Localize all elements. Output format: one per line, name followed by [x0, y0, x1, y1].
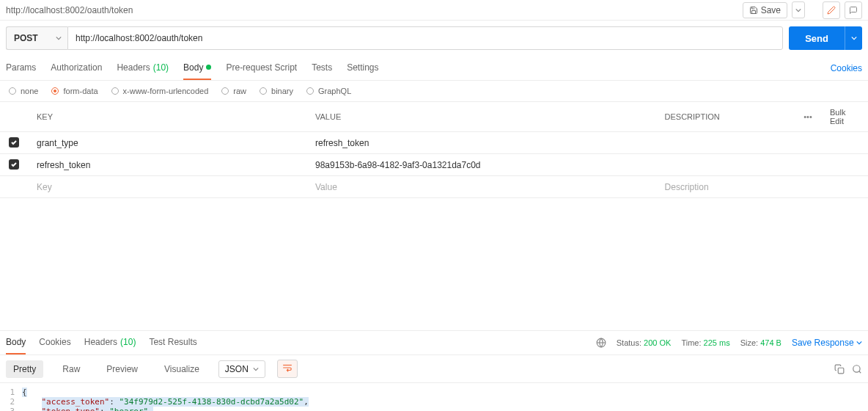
tab-headers-count: (10) — [153, 62, 169, 73]
cookies-link[interactable]: Cookies — [831, 63, 862, 73]
row-desc[interactable] — [656, 154, 795, 176]
save-dropdown[interactable] — [792, 1, 805, 18]
body-type-row: none form-data x-www-form-urlencoded raw… — [0, 81, 868, 102]
method-value: POST — [14, 33, 38, 43]
svg-point-4 — [853, 365, 860, 371]
radio-binary[interactable]: binary — [260, 87, 293, 95]
radio-form-data[interactable]: form-data — [51, 87, 98, 95]
col-options[interactable]: ••• — [795, 102, 821, 132]
chevron-down-icon — [795, 7, 801, 13]
radio-raw[interactable]: raw — [221, 87, 246, 95]
comment-icon — [849, 6, 858, 15]
wrap-icon — [282, 363, 293, 372]
col-value: VALUE — [306, 102, 656, 132]
radio-graphql[interactable]: GraphQL — [306, 87, 351, 95]
wrap-lines-button[interactable] — [277, 360, 298, 378]
send-button[interactable]: Send — [789, 26, 845, 50]
edit-button[interactable] — [823, 1, 840, 19]
resp-tab-headers[interactable]: Headers (10) — [84, 331, 136, 354]
topbar: http://localhost:8002/oauth/token Save — [0, 0, 868, 21]
row-key[interactable]: grant_type — [28, 132, 306, 154]
pencil-icon — [827, 6, 836, 15]
unsaved-dot-icon — [206, 65, 211, 70]
bulk-edit[interactable]: Bulk Edit — [821, 102, 868, 132]
request-tabs: Params Authorization Headers (10) Body P… — [0, 56, 868, 81]
size-label: Size: 474 B — [740, 338, 781, 347]
status-label: Status: 200 OK — [617, 338, 672, 347]
radio-icon — [306, 87, 314, 95]
save-button[interactable]: Save — [743, 2, 787, 18]
radio-icon — [260, 87, 267, 95]
chevron-down-icon — [856, 340, 862, 346]
chevron-down-icon — [253, 366, 259, 372]
col-description: DESCRIPTION — [656, 102, 795, 132]
tab-body-label: Body — [183, 62, 203, 73]
radio-none[interactable]: none — [9, 87, 38, 95]
row-key-placeholder[interactable]: Key — [28, 176, 306, 198]
response-body[interactable]: 1{ 2 "access_token": "34f979d2-525f-4138… — [0, 383, 868, 411]
svg-rect-3 — [838, 368, 844, 374]
view-raw[interactable]: Raw — [55, 360, 87, 378]
row-desc-placeholder[interactable]: Description — [656, 176, 795, 198]
tab-headers[interactable]: Headers (10) — [117, 57, 169, 80]
row-checkbox[interactable] — [9, 137, 19, 148]
response-tabs: Body Cookies Headers (10) Test Results S… — [0, 330, 868, 355]
row-checkbox[interactable] — [9, 159, 19, 170]
chevron-down-icon — [851, 35, 857, 41]
svg-line-5 — [859, 371, 861, 373]
row-desc[interactable] — [656, 132, 795, 154]
resp-tab-cookies[interactable]: Cookies — [39, 331, 70, 354]
form-data-table: KEY VALUE DESCRIPTION ••• Bulk Edit gran… — [0, 102, 868, 198]
row-key[interactable]: refresh_token — [28, 154, 306, 176]
row-value[interactable]: 98a9153b-6a98-4182-9af3-0a1321da7c0d — [306, 154, 656, 176]
response-view-row: Pretty Raw Preview Visualize JSON — [0, 355, 868, 383]
comment-button[interactable] — [845, 1, 862, 19]
time-label: Time: 225 ms — [681, 338, 729, 347]
globe-icon[interactable] — [596, 338, 606, 348]
tab-prerequest[interactable]: Pre-request Script — [226, 57, 297, 80]
col-key: KEY — [28, 102, 306, 132]
view-visualize[interactable]: Visualize — [157, 360, 207, 378]
tab-body[interactable]: Body — [183, 57, 211, 80]
tab-settings[interactable]: Settings — [347, 57, 378, 80]
url-input[interactable] — [67, 26, 783, 50]
save-icon — [749, 6, 758, 15]
tab-authorization[interactable]: Authorization — [51, 57, 102, 80]
radio-icon — [221, 87, 229, 95]
table-row: grant_type refresh_token — [0, 132, 868, 154]
resp-tab-body[interactable]: Body — [6, 331, 26, 354]
chevron-down-icon — [56, 35, 62, 41]
method-select[interactable]: POST — [6, 26, 67, 50]
copy-icon[interactable] — [834, 364, 845, 374]
radio-icon — [9, 87, 16, 95]
radio-checked-icon — [51, 87, 59, 95]
row-value-placeholder[interactable]: Value — [306, 176, 656, 198]
save-response[interactable]: Save Response — [792, 338, 862, 348]
view-pretty[interactable]: Pretty — [6, 360, 43, 378]
save-label: Save — [761, 5, 781, 15]
row-value[interactable]: refresh_token — [306, 132, 656, 154]
tab-headers-label: Headers — [117, 62, 150, 73]
send-dropdown[interactable] — [845, 26, 862, 50]
tab-params[interactable]: Params — [6, 57, 36, 80]
radio-x-www[interactable]: x-www-form-urlencoded — [111, 87, 209, 95]
search-icon[interactable] — [852, 364, 862, 374]
tab-tests[interactable]: Tests — [312, 57, 332, 80]
resp-tab-tests[interactable]: Test Results — [149, 331, 196, 354]
request-row: POST Send — [0, 21, 868, 56]
request-title: http://localhost:8002/oauth/token — [6, 5, 743, 15]
radio-icon — [111, 87, 119, 95]
format-select[interactable]: JSON — [218, 360, 265, 378]
view-preview[interactable]: Preview — [99, 360, 145, 378]
table-row: refresh_token 98a9153b-6a98-4182-9af3-0a… — [0, 154, 868, 176]
table-row-new: Key Value Description — [0, 176, 868, 198]
